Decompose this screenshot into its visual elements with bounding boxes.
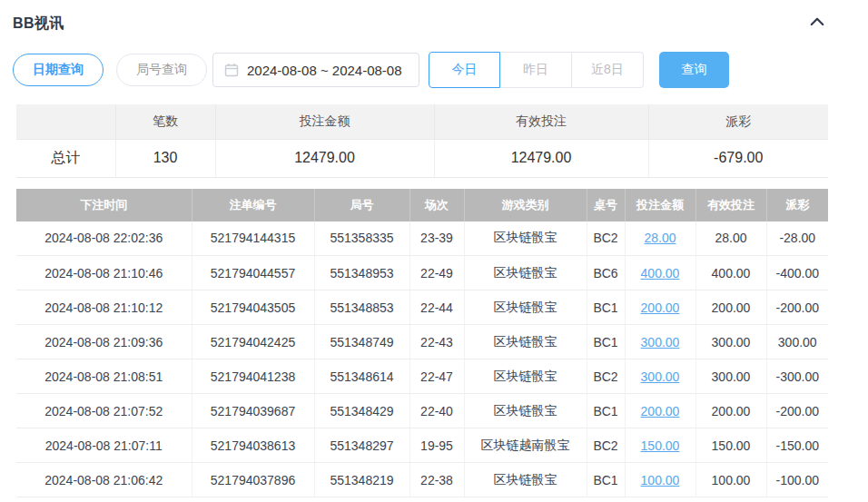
cell-order-number: 521794037896 <box>192 463 314 497</box>
cell-valid-bet: 28.00 <box>695 221 766 256</box>
summary-header-bet-amount: 投注金额 <box>215 104 434 139</box>
cell-bet-time: 2024-08-08 21:08:51 <box>16 359 192 394</box>
cell-table-number: BC1 <box>587 290 625 325</box>
cell-bet-time: 2024-08-08 21:10:12 <box>16 290 192 325</box>
tab-date-query[interactable]: 日期查询 <box>13 54 104 86</box>
cell-bet-time: 2024-08-08 21:07:52 <box>16 394 192 428</box>
cell-round-number: 551348749 <box>314 325 409 359</box>
header-valid-bet: 有效投注 <box>695 189 766 221</box>
table-row: 2024-08-08 21:07:11521794038613551348297… <box>16 428 828 463</box>
cell-game-type: 区块链骰宝 <box>464 256 587 290</box>
header-bet-time: 下注时间 <box>16 189 192 221</box>
table-row: 2024-08-08 21:09:36521794042425551348749… <box>16 325 828 359</box>
cell-bet-amount: 28.00 <box>625 221 695 256</box>
cell-order-number: 521794038613 <box>192 428 314 463</box>
quick-last8days-button[interactable]: 近8日 <box>572 52 644 88</box>
bet-amount-link[interactable]: 300.00 <box>641 335 680 349</box>
cell-round-number: 551348219 <box>314 463 409 497</box>
cell-order-number: 521794039687 <box>192 394 314 428</box>
cell-bet-amount: 200.00 <box>625 394 695 428</box>
cell-valid-bet: 100.00 <box>695 463 766 497</box>
quick-yesterday-button[interactable]: 昨日 <box>500 52 572 88</box>
cell-session: 22-49 <box>409 256 464 290</box>
table-row: 2024-08-08 21:08:51521794041238551348614… <box>16 359 828 394</box>
cell-session: 19-95 <box>409 428 464 463</box>
tab-round-query[interactable]: 局号查询 <box>116 54 207 86</box>
query-button[interactable]: 查询 <box>659 52 729 88</box>
cell-bet-amount: 400.00 <box>625 256 695 290</box>
cell-bet-time: 2024-08-08 22:02:36 <box>16 221 192 256</box>
bet-amount-link[interactable]: 400.00 <box>641 266 680 281</box>
cell-table-number: BC2 <box>587 221 625 256</box>
cell-valid-bet: 400.00 <box>695 256 766 290</box>
bb-video-panel: BB视讯 日期查询 局号查询 2024-08-08 ~ 2024-08-08 今… <box>0 0 868 497</box>
cell-valid-bet: 200.00 <box>695 290 766 325</box>
cell-game-type: 区块链骰宝 <box>464 463 587 497</box>
cell-session: 23-39 <box>409 221 464 256</box>
cell-round-number: 551348429 <box>314 394 409 428</box>
date-range-input[interactable]: 2024-08-08 ~ 2024-08-08 <box>212 53 419 87</box>
cell-table-number: BC2 <box>587 428 625 463</box>
summary-valid-bet-value: 12479.00 <box>434 139 648 177</box>
calendar-icon <box>224 63 239 77</box>
cell-session: 22-38 <box>409 463 464 497</box>
cell-round-number: 551348614 <box>314 359 409 394</box>
cell-valid-bet: 300.00 <box>695 325 766 359</box>
query-toolbar: 日期查询 局号查询 2024-08-08 ~ 2024-08-08 今日 昨日 … <box>13 52 868 88</box>
cell-table-number: BC1 <box>587 325 625 359</box>
cell-table-number: BC6 <box>587 256 625 290</box>
summary-table: 笔数 投注金额 有效投注 派彩 总计 130 12479.00 12479.00… <box>16 104 828 178</box>
cell-game-type: 区块链骰宝 <box>464 221 587 256</box>
cell-bet-amount: 300.00 <box>625 325 695 359</box>
cell-order-number: 521794041238 <box>192 359 314 394</box>
cell-round-number: 551348953 <box>314 256 409 290</box>
header-session: 场次 <box>409 189 464 221</box>
cell-round-number: 551358335 <box>314 221 409 256</box>
header-order-number: 注单编号 <box>192 189 314 221</box>
summary-header-count: 笔数 <box>115 104 215 139</box>
summary-total-row: 总计 130 12479.00 12479.00 -679.00 <box>16 139 828 177</box>
table-row: 2024-08-08 21:07:52521794039687551348429… <box>16 394 828 428</box>
cell-order-number: 521794043505 <box>192 290 314 325</box>
bet-amount-link[interactable]: 150.00 <box>641 438 680 453</box>
cell-bet-amount: 300.00 <box>625 359 695 394</box>
panel-title: BB视讯 <box>13 15 64 34</box>
quick-today-button[interactable]: 今日 <box>429 52 500 88</box>
cell-payout: -100.00 <box>766 463 828 497</box>
cell-payout: -300.00 <box>766 359 828 394</box>
cell-round-number: 551348853 <box>314 290 409 325</box>
cell-game-type: 区块链骰宝 <box>464 325 587 359</box>
summary-count-value: 130 <box>115 139 215 177</box>
bet-amount-link[interactable]: 28.00 <box>644 231 676 245</box>
panel-header: BB视讯 <box>13 13 868 34</box>
bet-amount-link[interactable]: 100.00 <box>641 473 680 487</box>
cell-order-number: 521794144315 <box>192 221 314 256</box>
cell-bet-time: 2024-08-08 21:09:36 <box>16 325 192 359</box>
cell-game-type: 区块链骰宝 <box>464 394 587 428</box>
chevron-up-icon <box>808 13 826 34</box>
cell-order-number: 521794044557 <box>192 256 314 290</box>
cell-table-number: BC2 <box>587 359 625 394</box>
cell-game-type: 区块链骰宝 <box>464 359 587 394</box>
bet-amount-link[interactable]: 200.00 <box>641 300 680 315</box>
cell-payout: -150.00 <box>766 428 828 463</box>
header-bet-amount: 投注金额 <box>625 189 695 221</box>
cell-payout: -28.00 <box>766 221 828 256</box>
summary-payout-value: -679.00 <box>648 139 828 177</box>
bet-records-table: 下注时间 注单编号 局号 场次 游戏类别 桌号 投注金额 有效投注 派彩 202… <box>16 189 828 498</box>
cell-order-number: 521794042425 <box>192 325 314 359</box>
cell-session: 22-47 <box>409 359 464 394</box>
summary-header-blank <box>16 104 115 139</box>
cell-bet-amount: 200.00 <box>625 290 695 325</box>
bet-table-body: 2024-08-08 22:02:36521794144315551358335… <box>16 221 828 497</box>
header-round-number: 局号 <box>314 189 409 221</box>
cell-bet-amount: 150.00 <box>625 428 695 463</box>
quick-range-group: 今日 昨日 近8日 <box>429 52 644 88</box>
cell-table-number: BC1 <box>587 394 625 428</box>
table-row: 2024-08-08 21:06:42521794037896551348219… <box>16 463 828 497</box>
bet-amount-link[interactable]: 200.00 <box>641 404 680 418</box>
summary-header-valid-bet: 有效投注 <box>434 104 648 139</box>
bet-amount-link[interactable]: 300.00 <box>641 369 680 384</box>
collapse-button[interactable] <box>808 13 826 34</box>
cell-valid-bet: 200.00 <box>695 394 766 428</box>
